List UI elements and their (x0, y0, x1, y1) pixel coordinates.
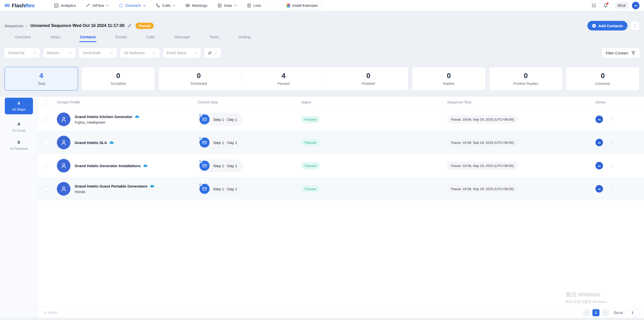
kebab-icon: ⋮ (633, 23, 637, 28)
row-menu-kebab-icon[interactable]: ⋮ (610, 186, 614, 192)
add-contacts-button[interactable]: Add Contacts (587, 21, 628, 30)
send-mode-dropdown[interactable]: Send Mode (79, 48, 117, 58)
row-checkbox[interactable] (44, 140, 48, 145)
stat-label: Total (37, 82, 45, 86)
goto-page-input[interactable] (625, 309, 640, 316)
sequence-tabs: Overview Steps Contacts Emails Calls Mes… (0, 34, 644, 44)
tab-message[interactable]: Message (174, 34, 190, 42)
nav-item-calls[interactable]: Calls (156, 3, 175, 8)
contact-name[interactable]: Grand Hotels Generator Installations (75, 164, 141, 168)
tab-contacts[interactable]: Contacts (79, 34, 96, 42)
status-badge: Paused (301, 116, 320, 123)
more-options-button[interactable]: ⋮ (630, 21, 639, 30)
nav-item-outreach[interactable]: Outreach (119, 3, 146, 8)
page-1-button[interactable]: 1 (592, 309, 599, 316)
step-filter-2-finished[interactable]: 0 #2 Finished (0, 140, 37, 151)
owner-cell: ∞ ⋮ (595, 162, 644, 169)
step-filter-1-email[interactable]: 4 #1 Email (0, 122, 37, 132)
time-cell: Pause: 19:08, Sep 19, 2025 (UTC+08:00) (447, 185, 595, 193)
row-checkbox[interactable] (44, 117, 48, 122)
contact-cell: Grand Hotels Kitchen Generator Fujitsu, … (53, 113, 198, 126)
step-pill: Step 1 - Day 1 (198, 113, 243, 126)
step-label: Step 1 - Day 1 (213, 117, 237, 122)
step-count: 0 (0, 140, 37, 145)
sequence-time-badge: Pause: 19:08, Sep 19, 2025 (UTC+08:00) (447, 185, 518, 193)
paging-controls: ‹ 1 › Go to (583, 309, 640, 316)
tab-tasks[interactable]: Tasks (209, 34, 219, 42)
next-page-button[interactable]: › (602, 309, 609, 316)
credits-badge[interactable]: 851K (615, 2, 629, 9)
nav-item-analytics[interactable]: Analytics (54, 3, 76, 8)
owned-by-dropdown[interactable]: Owned By (5, 48, 40, 58)
stat-value: 0 (524, 72, 528, 79)
table-row: Grand Hotels Generator Installations Ste… (38, 154, 644, 177)
notification-bell-icon[interactable] (603, 3, 608, 8)
stat-value: 4 (281, 72, 286, 79)
stat-card-positive-replies[interactable]: 0 Positive Replies (489, 67, 562, 91)
sequence-time-badge: Pause: 19:08, Sep 19, 2025 (UTC+08:00) (447, 138, 518, 147)
chevron-down-icon (234, 5, 237, 6)
contact-name[interactable]: Grand Hotels SLA (75, 140, 107, 145)
mailboxes-dropdown[interactable]: All Mailboxes (120, 48, 159, 58)
stat-card-replies[interactable]: 0 Replies (412, 67, 486, 91)
nav-item-aiflow[interactable]: AIFlow (86, 3, 109, 8)
select-all-checkbox[interactable] (44, 100, 48, 104)
nav-label: Calls (162, 3, 171, 8)
column-header-step: Current Step (198, 100, 301, 104)
stat-card-finished[interactable]: 0 Finished (328, 72, 408, 86)
edit-pencil-icon[interactable] (127, 24, 132, 28)
notification-dot (607, 3, 609, 5)
contact-cell: Grand Hotels Generator Installations (53, 159, 198, 172)
aiflow-icon (86, 3, 90, 8)
tab-overview[interactable]: Overview (15, 34, 31, 42)
apps-grid-icon[interactable] (591, 3, 596, 8)
email-status-dropdown[interactable]: Email Status (163, 48, 201, 58)
stat-value: 0 (197, 72, 201, 79)
contact-name[interactable]: Grand Hotels Kitchen Generator (75, 115, 132, 119)
nav-item-data[interactable]: Data (217, 3, 237, 8)
table-empty-space (38, 200, 644, 307)
nav-divider (272, 3, 272, 8)
salesforce-cloud-icon (109, 141, 114, 144)
chevron-down-icon (110, 52, 113, 54)
nav-label: Data (224, 3, 232, 8)
column-header-owner: Owner (595, 100, 644, 104)
sort-amount-icon (208, 51, 212, 55)
flashrev-logo[interactable]: ∞ FlashRev (5, 2, 34, 9)
nav-item-lists[interactable]: Lists (247, 3, 261, 8)
status-badge: Paused (301, 139, 320, 146)
row-menu-kebab-icon[interactable]: ⋮ (610, 163, 614, 168)
step-count: 4 (0, 122, 37, 127)
filter-contact-label: Filter Contact (606, 51, 628, 55)
contact-name[interactable]: Grand Hotels Guest Portable Generators (75, 184, 147, 188)
row-menu-kebab-icon[interactable]: ⋮ (610, 117, 614, 122)
row-checkbox[interactable] (44, 187, 48, 191)
tab-setting[interactable]: Setting (238, 34, 251, 42)
email-step-icon (199, 137, 210, 148)
filter-contact-button[interactable]: Filter Contact (602, 48, 639, 58)
reason-dropdown[interactable]: Reason (43, 48, 75, 58)
stat-card-scheduled[interactable]: 0 Scheduled (159, 72, 239, 86)
stat-card-paused[interactable]: 4 Paused (244, 72, 324, 86)
row-checkbox[interactable] (44, 163, 48, 168)
tab-calls[interactable]: Calls (146, 34, 155, 42)
stat-card-total[interactable]: 4 Total (5, 67, 78, 91)
stat-card-scrubbed[interactable]: 0 Scrubbed (82, 67, 155, 91)
nav-item-meetings[interactable]: Meetings (185, 3, 207, 8)
breadcrumb-sequences[interactable]: Sequences (5, 24, 23, 28)
step-filter-all-steps[interactable]: 4 All Steps (5, 98, 33, 114)
status-cell: Paused (301, 139, 447, 146)
filter-row: Owned By Reason Send Mode All Mailboxes … (0, 48, 644, 58)
status-cell: Paused (301, 162, 447, 169)
tab-steps[interactable]: Steps (50, 34, 61, 42)
stat-card-connects[interactable]: 0 Connects (566, 67, 639, 91)
nav-label: Outreach (125, 3, 141, 8)
sort-dropdown[interactable] (204, 48, 221, 58)
row-menu-kebab-icon[interactable]: ⋮ (610, 140, 614, 145)
repeat-icon (198, 183, 202, 186)
prev-page-button[interactable]: ‹ (583, 309, 590, 316)
user-avatar[interactable]: ∞ (632, 2, 639, 9)
install-extension-button[interactable]: Install Extension (283, 2, 322, 9)
tab-emails[interactable]: Emails (115, 34, 127, 42)
stat-label: Connects (595, 82, 610, 86)
